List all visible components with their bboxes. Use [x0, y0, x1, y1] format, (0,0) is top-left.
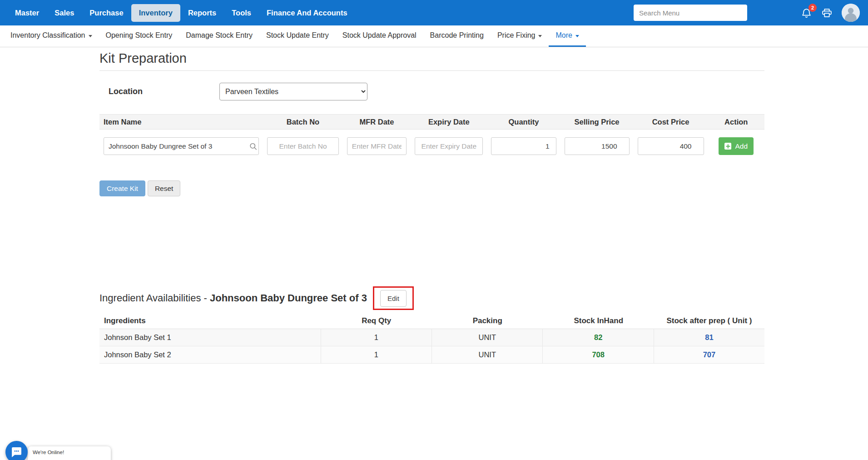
chevron-down-icon [575, 35, 579, 37]
subnav-label: Damage Stock Entry [186, 31, 253, 40]
title-divider [99, 70, 764, 71]
notifications-button[interactable]: 2 [801, 7, 812, 19]
reset-button[interactable]: Reset [148, 180, 181, 196]
header-quantity: Quantity [487, 118, 560, 126]
kit-form-header: Item Name Batch No MFR Date Expiry Date … [99, 114, 764, 130]
cell-ingredient: Johnson Baby Set 2 [99, 346, 321, 363]
menu-item-finance-and-accounts[interactable]: Finance And Accounts [259, 4, 355, 22]
menu-item-master[interactable]: Master [7, 4, 47, 22]
header-stock-in-hand: Stock InHand [543, 316, 654, 325]
add-button-label: Add [735, 142, 748, 150]
main-menu: Master Sales Purchase Inventory Reports … [7, 4, 355, 22]
subnav-label: Barcode Printing [430, 31, 484, 40]
table-row: Johnson Baby Set 2 1 UNIT 708 707 [99, 346, 764, 364]
expiry-date-input[interactable] [415, 137, 483, 155]
location-label: Location [109, 87, 219, 96]
subnav-label: Opening Stock Entry [106, 31, 173, 40]
printer-icon [821, 7, 833, 19]
annotation-box: Edit [373, 286, 414, 310]
form-actions: Create Kit Reset [99, 180, 764, 196]
cell-packing: UNIT [432, 329, 543, 346]
ingredients-heading-row: Ingredient Availabilities - Johnsoon Bab… [99, 285, 764, 311]
add-button[interactable]: Add [719, 137, 754, 155]
top-nav: Master Sales Purchase Inventory Reports … [0, 0, 868, 25]
notification-badge: 2 [808, 4, 817, 12]
subnav-barcode-printing[interactable]: Barcode Printing [423, 25, 491, 47]
ingredients-heading-item: Johnsoon Baby Dungree Set of 3 [210, 292, 367, 304]
item-search-icon[interactable] [249, 142, 258, 150]
header-item-name: Item Name [99, 118, 263, 126]
chat-status-popup: We're Online! [28, 446, 111, 460]
plus-icon [724, 143, 731, 150]
chat-bubble-icon [11, 446, 22, 458]
selling-price-input[interactable] [565, 137, 630, 155]
subnav-opening-stock-entry[interactable]: Opening Stock Entry [99, 25, 179, 47]
ingredients-section: Ingredient Availabilities - Johnsoon Bab… [99, 285, 764, 364]
subnav-label: Stock Update Entry [266, 31, 329, 40]
location-row: Location Parveen Textiles [99, 83, 764, 100]
ingredients-heading: Ingredient Availabilities - Johnsoon Bab… [99, 292, 367, 304]
top-nav-right: 2 [634, 4, 860, 22]
cell-stock-in-hand: 708 [543, 346, 654, 363]
header-req-qty: Req Qty [321, 316, 432, 325]
user-avatar[interactable] [842, 4, 860, 22]
person-icon [842, 4, 860, 22]
chevron-down-icon [89, 35, 92, 37]
chat-status-text: We're Online! [33, 450, 64, 455]
cell-packing: UNIT [432, 346, 543, 363]
quantity-input[interactable] [491, 137, 556, 155]
cell-stock-after-prep: 707 [654, 346, 764, 363]
item-name-input[interactable] [104, 137, 259, 155]
subnav-label: Inventory Classification [10, 31, 85, 40]
main-content: Kit Preparation Location Parveen Textile… [99, 51, 764, 364]
cell-req-qty: 1 [321, 329, 432, 346]
cell-stock-in-hand: 82 [543, 329, 654, 346]
cell-req-qty: 1 [321, 346, 432, 363]
subnav-price-fixing[interactable]: Price Fixing [491, 25, 549, 47]
header-mfr-date: MFR Date [343, 118, 411, 126]
table-row: Johnson Baby Set 1 1 UNIT 82 81 [99, 329, 764, 346]
ingredients-table-header: Ingredients Req Qty Packing Stock InHand… [99, 313, 764, 329]
cost-price-input[interactable] [638, 137, 704, 155]
location-select[interactable]: Parveen Textiles [219, 83, 367, 100]
menu-item-inventory[interactable]: Inventory [131, 4, 180, 22]
header-ingredients: Ingredients [99, 316, 321, 325]
subnav-stock-update-entry[interactable]: Stock Update Entry [259, 25, 336, 47]
chevron-down-icon [538, 35, 542, 37]
ingredients-heading-prefix: Ingredient Availabilities - [99, 292, 210, 304]
header-stock-after-prep: Stock after prep ( Unit ) [654, 316, 764, 325]
menu-item-sales[interactable]: Sales [47, 4, 82, 22]
print-button[interactable] [821, 7, 833, 19]
menu-item-tools[interactable]: Tools [224, 4, 259, 22]
mfr-date-input[interactable] [347, 137, 407, 155]
subnav-inventory-classification[interactable]: Inventory Classification [4, 25, 99, 47]
header-expiry-date: Expiry Date [411, 118, 487, 126]
subnav-label: More [556, 31, 572, 40]
ingredients-table: Ingredients Req Qty Packing Stock InHand… [99, 313, 764, 364]
cell-stock-after-prep: 81 [654, 329, 764, 346]
header-batch-no: Batch No [263, 118, 343, 126]
kit-form-row: Add [99, 137, 764, 155]
subnav-label: Price Fixing [497, 31, 536, 40]
page-title: Kit Preparation [99, 51, 764, 66]
subnav-more[interactable]: More [549, 25, 585, 47]
batch-no-input[interactable] [267, 137, 339, 155]
create-kit-button[interactable]: Create Kit [99, 180, 145, 196]
cell-ingredient: Johnson Baby Set 1 [99, 329, 321, 346]
subnav-label: Stock Update Approval [342, 31, 417, 40]
chat-launcher-button[interactable] [5, 441, 28, 460]
menu-item-purchase[interactable]: Purchase [82, 4, 131, 22]
subnav-stock-update-approval[interactable]: Stock Update Approval [336, 25, 423, 47]
subnav-damage-stock-entry[interactable]: Damage Stock Entry [179, 25, 259, 47]
search-input[interactable] [634, 5, 747, 21]
menu-item-reports[interactable]: Reports [180, 4, 224, 22]
header-selling-price: Selling Price [560, 118, 634, 126]
header-packing: Packing [432, 316, 543, 325]
header-action: Action [708, 118, 764, 126]
header-cost-price: Cost Price [634, 118, 708, 126]
edit-button[interactable]: Edit [380, 290, 407, 307]
inventory-sub-nav: Inventory Classification Opening Stock E… [0, 25, 868, 47]
